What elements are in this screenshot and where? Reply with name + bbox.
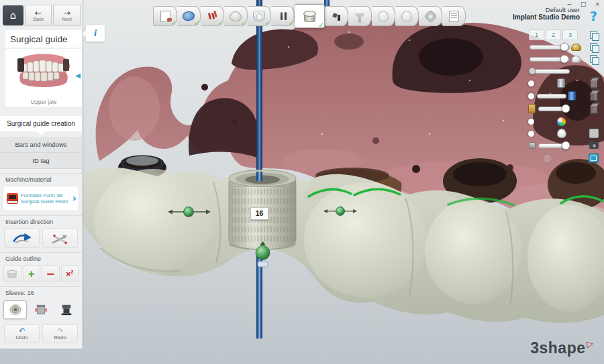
workflow-step-implant-planning[interactable]: ✓ bbox=[201, 6, 224, 26]
abutments-icon bbox=[278, 11, 288, 21]
next-label: Next bbox=[62, 17, 72, 21]
logo-text: 3shape bbox=[530, 339, 585, 357]
chevron-right-icon: › bbox=[72, 194, 77, 204]
sleeve-type-top-button[interactable] bbox=[3, 300, 27, 319]
reset-insertion-direction-button[interactable] bbox=[42, 229, 78, 248]
remove-outline-button[interactable]: − bbox=[42, 265, 60, 282]
nav-row: ⌂ ← Back → Next bbox=[0, 0, 82, 29]
home-button[interactable]: ⌂ bbox=[3, 5, 23, 25]
workflow-step-guide-outline[interactable] bbox=[348, 6, 372, 26]
screenshot-camera-icon[interactable] bbox=[589, 142, 599, 149]
guide-outline-icon bbox=[6, 269, 18, 279]
sleeve-type-dark-button[interactable] bbox=[55, 300, 79, 319]
redo-button[interactable]: ↷ Redo bbox=[42, 324, 78, 343]
clip-cube-icon[interactable] bbox=[590, 106, 598, 114]
check-icon: ✓ bbox=[217, 19, 223, 27]
visibility-dot[interactable] bbox=[528, 80, 534, 86]
minimize-button[interactable]: − bbox=[566, 0, 572, 8]
sleeve-opacity-row bbox=[525, 90, 600, 101]
color-sphere-icon bbox=[557, 117, 566, 126]
insertion-direction-buttons bbox=[0, 227, 82, 248]
maximize-button[interactable]: □ bbox=[581, 0, 587, 8]
mini-model-icon bbox=[529, 142, 536, 149]
redo-label: Redo bbox=[54, 335, 66, 341]
workflow-step-scan-alignment[interactable]: ✓ bbox=[177, 6, 201, 26]
visibility-dot[interactable] bbox=[528, 119, 534, 125]
slider-handle[interactable] bbox=[529, 68, 536, 75]
workflow-step-scan-import[interactable]: ✓ bbox=[153, 6, 177, 26]
ghost-model-icon[interactable] bbox=[589, 129, 599, 138]
workflow-step-sleeves[interactable]: ✓ bbox=[295, 4, 325, 28]
view-2d3d-toggle-icon[interactable] bbox=[589, 154, 599, 163]
thumbnail-expand-arrow[interactable]: ◀ bbox=[75, 72, 81, 79]
upper-jaw-icon bbox=[571, 44, 581, 51]
workflow-step-settings[interactable] bbox=[419, 6, 442, 26]
undo-redo-row: ↶ Undo ↷ Redo bbox=[0, 319, 82, 343]
view-preset-2[interactable]: 2 bbox=[546, 29, 561, 40]
visibility-dot[interactable] bbox=[528, 131, 534, 137]
sleeve-opacity-slider[interactable] bbox=[537, 94, 566, 99]
slider-handle[interactable] bbox=[561, 105, 570, 113]
workflow-step-report[interactable] bbox=[442, 6, 466, 26]
tab-surgical-guide-creation[interactable]: Surgical guide creation bbox=[0, 116, 82, 131]
machine-material-section-label: Machine/material bbox=[0, 173, 82, 185]
guide-outline-preview-button[interactable] bbox=[3, 265, 21, 282]
copy-view-icon[interactable] bbox=[590, 55, 597, 63]
guide-opacity-slider[interactable] bbox=[538, 107, 568, 111]
set-insertion-from-view-button[interactable] bbox=[4, 229, 40, 248]
next-button[interactable]: → Next bbox=[53, 5, 81, 26]
implant-planning-icon bbox=[207, 12, 217, 21]
clip-cube-icon[interactable] bbox=[590, 80, 598, 88]
tooth-visibility-row bbox=[525, 128, 600, 139]
check-icon: ✓ bbox=[241, 19, 247, 27]
clip-cube-icon[interactable] bbox=[590, 93, 598, 101]
upper-jaw-opacity-row bbox=[525, 42, 600, 52]
workflow-step-tooth-a[interactable] bbox=[372, 6, 395, 26]
workflow-step-crown-design[interactable]: ✓ bbox=[224, 6, 248, 26]
tab-bars-and-windows[interactable]: Bars and windows bbox=[0, 137, 82, 153]
scan-opacity-slider[interactable] bbox=[530, 69, 570, 74]
workflow-step-guide-teeth[interactable]: ✓ bbox=[248, 6, 271, 26]
slider-handle[interactable] bbox=[560, 55, 569, 64]
back-label: Back bbox=[33, 17, 44, 21]
tooth-icon bbox=[557, 129, 566, 138]
sleeve-section-label: Sleeve: 16 bbox=[0, 286, 82, 298]
back-button[interactable]: ← Back bbox=[25, 5, 52, 26]
jaw-caption: Upper jaw bbox=[5, 99, 82, 105]
add-outline-button[interactable]: + bbox=[23, 265, 41, 282]
check-icon: ✓ bbox=[264, 19, 270, 27]
panel-title: Surgical guide bbox=[5, 30, 82, 48]
material-name: Surgical Guide Resin bbox=[21, 198, 70, 204]
redo-icon: ↷ bbox=[57, 328, 63, 335]
workflow-step-abutments[interactable]: ✓ bbox=[271, 6, 295, 26]
tab-id-tag[interactable]: ID tag bbox=[0, 153, 82, 169]
info-button[interactable]: i bbox=[86, 25, 105, 42]
clear-outline-button[interactable]: ×2 bbox=[61, 265, 79, 282]
scan-import-icon bbox=[160, 11, 170, 22]
slider-handle[interactable] bbox=[560, 43, 569, 52]
help-button[interactable]: ? bbox=[590, 9, 597, 23]
copy-view-icon[interactable] bbox=[590, 43, 597, 51]
slider-handle[interactable] bbox=[561, 141, 570, 150]
machine-material-button[interactable]: Formlabs Form 3B Surgical Guide Resin › bbox=[3, 186, 79, 211]
scan-opacity-row bbox=[525, 66, 600, 76]
workflow-step-id-tag[interactable] bbox=[325, 6, 348, 26]
view-preset-1[interactable]: 1 bbox=[529, 29, 544, 40]
sleeve-type-side-button[interactable] bbox=[29, 300, 52, 319]
workflow-step-tooth-b[interactable] bbox=[395, 6, 419, 26]
jaw-thumbnail[interactable]: ◀ Upper jaw bbox=[5, 49, 82, 107]
faded-target-icon[interactable] bbox=[542, 154, 552, 164]
next-arrow-icon: → bbox=[64, 9, 70, 17]
close-button[interactable]: × bbox=[595, 0, 600, 8]
section-slider[interactable] bbox=[538, 143, 568, 148]
undo-button[interactable]: ↶ Undo bbox=[4, 324, 40, 343]
lower-jaw-opacity-slider[interactable] bbox=[530, 57, 570, 62]
copy-view-icon[interactable] bbox=[590, 31, 597, 39]
3d-viewport[interactable] bbox=[0, 0, 604, 364]
upper-jaw-opacity-slider[interactable] bbox=[530, 45, 570, 50]
view-preset-3[interactable]: 3 bbox=[562, 29, 578, 40]
visibility-dot[interactable] bbox=[528, 93, 534, 99]
section-slider-row bbox=[525, 140, 600, 151]
printer-name: Formlabs Form 3B bbox=[21, 192, 70, 198]
printer-icon bbox=[7, 193, 18, 204]
